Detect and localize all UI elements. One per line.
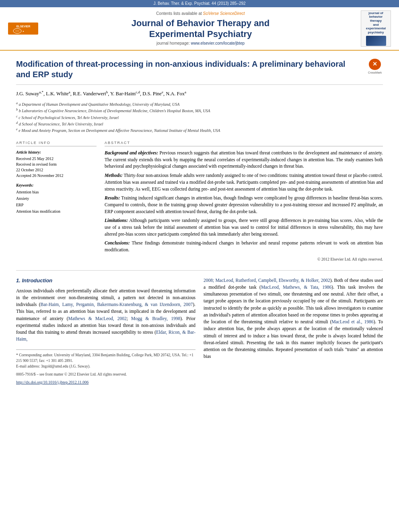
keywords-label: Keywords:	[16, 183, 97, 188]
abstract-conclusions: Conclusions: These findings demonstrate …	[105, 240, 383, 253]
sciverse-link[interactable]: SciVerse ScienceDirect	[203, 11, 245, 16]
article-title: Modification of threat-processing in non…	[16, 59, 358, 80]
journal-thumb-text: journal of behavior therapy and experime…	[366, 11, 386, 46]
keyword-2: Anxiety	[16, 195, 97, 202]
received-date: Received 25 May 2012	[16, 156, 97, 162]
limitations-text: Although participants were randomly assi…	[105, 218, 383, 236]
intro-paragraph-1: Anxious individuals often preferentially…	[16, 288, 195, 343]
affiliation-d: d d School of Neuroscience, Tel Aviv Uni…	[16, 121, 383, 127]
journal-title-line2: Experimental Psychiatry	[149, 29, 252, 39]
keyword-1: Attention bias	[16, 189, 97, 195]
footnotes: * Corresponding author. University of Ma…	[16, 349, 195, 385]
intro-right-column: 2008; MacLeod, Rutherford, Campbell, Ebs…	[204, 277, 383, 385]
doi-line[interactable]: http://dx.doi.org/10.1016/j.jbtep.2012.1…	[16, 379, 195, 385]
copyright-text: © 2012 Elsevier Ltd. All rights reserved…	[105, 257, 383, 262]
authors-text: J.G. Suwaya,*, L.K. Whitea, R.E. Vanderw…	[16, 91, 186, 97]
abstract-background: Background and objectives: Previous rese…	[105, 150, 383, 170]
journal-header-center: Contents lists available at SciVerse Sci…	[40, 11, 361, 46]
methods-label: Methods:	[105, 173, 123, 178]
main-content: Modification of threat-processing in non…	[0, 51, 399, 393]
revised-date: Received in revised form22 October 2012	[16, 162, 97, 173]
ref-macleod-1986a[interactable]: MacLeod, Mathews, & Tata, 1986	[261, 285, 331, 290]
methods-text: Thirty-four non-anxious female adults we…	[105, 173, 383, 191]
affiliation-c: c c School of Psychological Sciences, Te…	[16, 114, 383, 121]
abstract-header: ABSTRACT	[105, 140, 383, 147]
issn-line: 0005-7916/$ – see front matter © 2012 El…	[16, 372, 195, 377]
intro-left-column: 1. Introduction Anxious individuals ofte…	[16, 277, 195, 385]
journal-homepage: journal homepage: www.elsevier.com/locat…	[40, 41, 361, 46]
ref-macleod-1986b[interactable]: MacLeod et al., 1986	[332, 319, 374, 324]
homepage-label: journal homepage:	[156, 41, 191, 45]
intro-section-title: 1. Introduction	[16, 277, 195, 284]
ref-eldar-2008[interactable]: Eldar, Ricon, & Bar-Haim,	[16, 330, 195, 341]
accepted-date: Accepted 26 November 2012	[16, 173, 97, 179]
corresponding-author-note: * Corresponding author. University of Ma…	[16, 352, 195, 364]
authors-line: J.G. Suwaya,*, L.K. Whitea, R.E. Vanderw…	[16, 90, 383, 98]
article-info-column: ARTICLE INFO Article history: Received 2…	[16, 140, 97, 262]
affiliation-e: e e Mood and Anxiety Program, Section on…	[16, 127, 383, 134]
crossmark-container: ✕ CrossMark	[367, 59, 383, 75]
crossmark-icon: ✕	[369, 59, 381, 70]
journal-citation-bar: J. Behav. Ther. & Exp. Psychiat. 44 (201…	[0, 0, 399, 7]
elsevier-logo-container: ELSEVIER ▲	[8, 23, 40, 35]
limitations-label: Limitations:	[105, 218, 128, 223]
homepage-url[interactable]: www.elsevier.com/locate/jbtep	[191, 41, 245, 45]
keywords-list: Attention bias Anxiety ERP Attention bia…	[16, 189, 97, 215]
abstract-methods: Methods: Thirty-four non-anxious female …	[105, 172, 383, 192]
affiliation-b: b b Laboratories of Cognitive Neuroscien…	[16, 107, 383, 114]
conclusions-label: Conclusions:	[105, 240, 130, 245]
article-history-group: Article history: Received 25 May 2012 Re…	[16, 150, 97, 179]
crossmark-label: CrossMark	[368, 71, 382, 75]
journal-thumbnail: journal of behavior therapy and experime…	[361, 10, 391, 47]
section-title-text: Introduction	[22, 277, 52, 283]
history-label: Article history:	[16, 150, 97, 155]
abstract-results: Results: Training induced significant ch…	[105, 195, 383, 215]
introduction-section: 1. Introduction Anxious individuals ofte…	[16, 277, 383, 385]
conclusions-text: These findings demonstrate training-indu…	[105, 240, 383, 252]
intro-body-right: 2008; MacLeod, Rutherford, Campbell, Ebs…	[204, 277, 383, 360]
article-info-header: ARTICLE INFO	[16, 140, 97, 147]
intro-body-left: Anxious individuals often preferentially…	[16, 288, 195, 343]
email-label: E-mail address:	[16, 364, 40, 368]
abstract-limitations: Limitations: Although participants were …	[105, 217, 383, 237]
results-text: Training induced significant changes in …	[105, 195, 383, 214]
info-abstract-section: ARTICLE INFO Article history: Received 2…	[16, 140, 383, 262]
intro-paragraph-2: 2008; MacLeod, Rutherford, Campbell, Ebs…	[204, 277, 383, 360]
results-label: Results:	[105, 195, 120, 200]
journal-title: Journal of Behavior Therapy and Experime…	[40, 18, 361, 39]
section-number: 1.	[16, 277, 21, 283]
svg-text:ELSEVIER: ELSEVIER	[16, 25, 30, 28]
email-address: 3ngold@umd.edu (J.G. Suway).	[41, 364, 90, 368]
journal-title-line1: Journal of Behavior Therapy and	[132, 18, 270, 28]
article-title-section: Modification of threat-processing in non…	[16, 59, 383, 85]
email-note: E-mail address: 3ngold@umd.edu (J.G. Suw…	[16, 364, 195, 369]
keyword-4: Attention bias modification	[16, 208, 97, 215]
section-divider	[16, 270, 383, 271]
keywords-group: Keywords: Attention bias Anxiety ERP Att…	[16, 183, 97, 215]
ref-mogg-1998[interactable]: Mogg & Bradley, 1998	[131, 316, 180, 321]
ref-mathews-2002[interactable]: Mathews & MacLeod, 2002	[68, 316, 127, 321]
affiliation-a: a a Department of Human Development and …	[16, 101, 383, 107]
ref-barhaim-2007[interactable]: Bar-Haim, Lamy, Pergamin, Bakermans-Kran…	[40, 302, 193, 307]
journal-citation: J. Behav. Ther. & Exp. Psychiat. 44 (201…	[153, 1, 245, 6]
abstract-text: Background and objectives: Previous rese…	[105, 150, 383, 253]
keyword-3: ERP	[16, 202, 97, 208]
svg-text:▲: ▲	[22, 30, 24, 32]
sciverse-line: Contents lists available at SciVerse Sci…	[40, 11, 361, 16]
elsevier-logo: ELSEVIER ▲	[8, 23, 38, 35]
affiliations: a a Department of Human Development and …	[16, 101, 383, 134]
ref-macleod-2002[interactable]: 2008; MacLeod, Rutherford, Campbell, Ebs…	[204, 278, 330, 283]
sciverse-text: Contents lists available at	[156, 11, 203, 16]
abstract-column: ABSTRACT Background and objectives: Prev…	[105, 140, 383, 262]
journal-header: ELSEVIER ▲ Contents lists available at S…	[0, 7, 399, 51]
background-label: Background and objectives:	[105, 150, 158, 155]
